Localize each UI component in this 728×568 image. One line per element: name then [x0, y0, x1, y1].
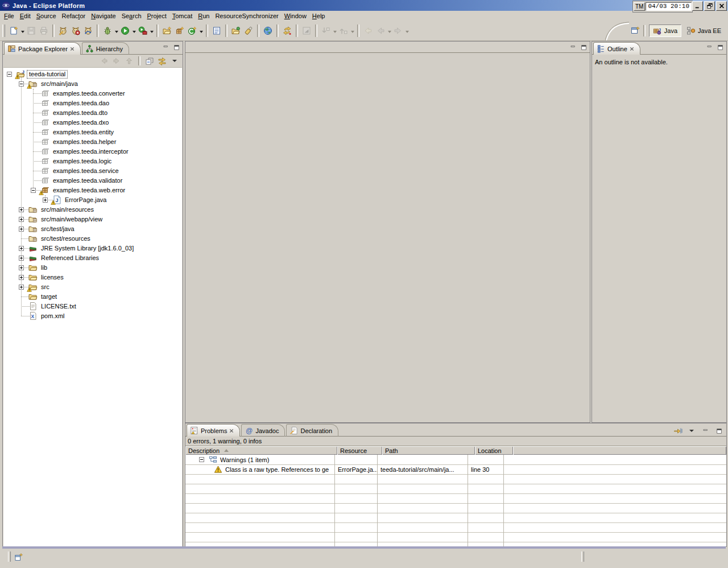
tree-expander-plus[interactable]: [19, 275, 24, 280]
tree-item[interactable]: ErrorPage.java: [3, 195, 182, 205]
link-with-editor-button[interactable]: [156, 56, 168, 66]
column-header-resource[interactable]: Resource: [337, 446, 382, 455]
tree-expander-plus[interactable]: [19, 265, 24, 270]
close-button[interactable]: [716, 1, 727, 11]
menu-navigate[interactable]: Navigate: [88, 12, 118, 20]
tree-item[interactable]: src/main/webapp/view: [3, 215, 182, 224]
tomcat-start-button[interactable]: [57, 24, 69, 37]
maximize-button[interactable]: [713, 426, 725, 436]
new-package-button[interactable]: [173, 24, 186, 37]
task-list-button[interactable]: [210, 24, 223, 37]
problem-row[interactable]: Class is a raw type. References to geErr…: [185, 464, 726, 474]
tree-item[interactable]: examples.teeda.dxo: [3, 118, 182, 127]
problems-group-row[interactable]: Warnings (1 item): [185, 455, 726, 464]
view-menu-button[interactable]: [169, 56, 180, 66]
run-dropdown-arrow[interactable]: [131, 24, 136, 37]
external-tools-button[interactable]: [136, 24, 149, 37]
column-header-path[interactable]: Path: [382, 446, 475, 455]
tree-expander-plus[interactable]: [19, 246, 24, 251]
menu-window[interactable]: Window: [282, 12, 309, 20]
toolbar-drag-handle[interactable]: [2, 24, 5, 37]
external-tools-dropdown-arrow[interactable]: [149, 24, 154, 37]
menu-tomcat[interactable]: Tomcat: [169, 12, 195, 20]
view-minimize-button[interactable]: [161, 43, 170, 51]
collapse-all-button[interactable]: [144, 56, 155, 66]
tree-expander-plus[interactable]: [19, 256, 24, 261]
new-button[interactable]: [7, 24, 20, 37]
close-tab-icon[interactable]: [630, 47, 634, 51]
tree-item[interactable]: src/main/java: [3, 79, 182, 89]
menu-search[interactable]: Search: [119, 12, 144, 20]
tomcat-stop-button[interactable]: [69, 24, 82, 37]
tree-item[interactable]: src/main/resources: [3, 205, 182, 215]
menu-edit[interactable]: Edit: [17, 12, 34, 20]
tree-expander-minus[interactable]: [7, 72, 12, 77]
tree-item[interactable]: src: [3, 282, 182, 292]
tree-item[interactable]: examples.teeda.dto: [3, 108, 182, 118]
outline-minimize-button[interactable]: [705, 43, 714, 51]
tree-item[interactable]: src/test/resources: [3, 234, 182, 244]
tab-outline[interactable]: Outline: [593, 42, 640, 55]
tree-expander-minus[interactable]: [19, 81, 24, 87]
debug-button[interactable]: [101, 24, 114, 37]
outline-maximize-button[interactable]: [715, 43, 725, 51]
menu-help[interactable]: Help: [309, 12, 328, 20]
restore-button[interactable]: [704, 1, 715, 11]
tree-item[interactable]: lib: [3, 263, 182, 273]
tree-item[interactable]: teeda-tutorial: [3, 69, 182, 79]
minimize-button[interactable]: [692, 1, 703, 11]
tree-expander-plus[interactable]: [19, 207, 24, 212]
tab-problems[interactable]: Problems: [187, 424, 240, 437]
tree-item[interactable]: Referenced Libraries: [3, 253, 182, 263]
tab-package-explorer[interactable]: Package Explorer: [4, 42, 81, 55]
minimize-button[interactable]: [700, 426, 711, 436]
menu-project[interactable]: Project: [144, 12, 169, 20]
menu-refactor[interactable]: Refactor: [59, 12, 89, 20]
web-browser-button[interactable]: [262, 24, 274, 37]
clock-label[interactable]: TM: [634, 2, 645, 11]
new-class-button[interactable]: [186, 24, 198, 37]
tree-item[interactable]: pom.xml: [3, 311, 182, 321]
debug-dropdown-arrow[interactable]: [114, 24, 119, 37]
vertical-sash[interactable]: [182, 41, 185, 546]
tree-item[interactable]: JRE System Library [jdk1.6.0_03]: [3, 244, 182, 253]
tree-item[interactable]: examples.teeda.helper: [3, 137, 182, 147]
tree-expander-plus[interactable]: [19, 217, 24, 222]
menu-resourcesynchronizer[interactable]: ResourceSynchronizer: [212, 12, 281, 20]
tomcat-restart-button[interactable]: [82, 24, 94, 37]
open-file-button[interactable]: [230, 24, 242, 37]
close-tab-icon[interactable]: [229, 429, 234, 433]
view-menu-button[interactable]: [686, 426, 697, 436]
tree-item[interactable]: src/test/java: [3, 224, 182, 234]
collapse-icon[interactable]: [199, 457, 204, 462]
tree-item[interactable]: LICENSE.txt: [3, 302, 182, 311]
editor-maximize-button[interactable]: [579, 43, 588, 51]
run-button[interactable]: [119, 24, 131, 37]
tree-item[interactable]: examples.teeda.entity: [3, 127, 182, 137]
tree-item[interactable]: examples.teeda.web.error: [3, 186, 182, 195]
tree-item[interactable]: licenses: [3, 273, 182, 282]
column-header-description[interactable]: Description: [185, 446, 337, 455]
menu-source[interactable]: Source: [34, 12, 59, 20]
tab-javadoc[interactable]: Javadoc: [241, 424, 285, 437]
tree-expander-plus[interactable]: [19, 285, 24, 290]
tab-hierarchy[interactable]: Hierarchy: [82, 42, 129, 55]
tree-expander-minus[interactable]: [31, 188, 36, 193]
open-perspective-button[interactable]: [629, 24, 642, 37]
horizontal-sash[interactable]: [185, 422, 726, 423]
tree-expander-plus[interactable]: [43, 197, 48, 203]
close-tab-icon[interactable]: [70, 47, 75, 51]
tree-item[interactable]: examples.teeda.converter: [3, 89, 182, 98]
perspective-java[interactable]: Java: [649, 24, 681, 37]
tree-item[interactable]: examples.teeda.logic: [3, 157, 182, 166]
tree-item[interactable]: examples.teeda.dao: [3, 98, 182, 108]
filter-button[interactable]: [672, 426, 684, 436]
fast-view-button[interactable]: [13, 551, 24, 563]
new-java-project-button[interactable]: [161, 24, 173, 37]
synchronize-button[interactable]: [281, 24, 293, 37]
view-maximize-button[interactable]: [172, 43, 181, 51]
tree-expander-plus[interactable]: [19, 227, 24, 232]
tree-item[interactable]: target: [3, 292, 182, 302]
search-button[interactable]: [242, 24, 255, 37]
editor-minimize-button[interactable]: [568, 43, 577, 51]
